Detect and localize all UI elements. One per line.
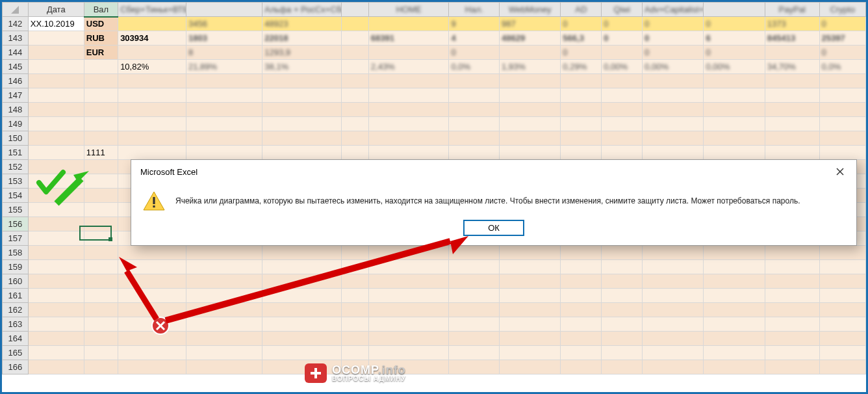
cell[interactable] [341,131,368,146]
cell[interactable] [28,46,84,60]
cell[interactable] [28,146,84,160]
cell[interactable]: 2,43% [368,60,449,74]
cell[interactable] [704,317,765,332]
cell[interactable] [186,146,262,160]
cell[interactable] [262,260,342,274]
cell[interactable] [602,131,643,146]
cell[interactable]: 987 [500,17,561,31]
cell[interactable] [643,246,704,260]
cell[interactable] [341,303,368,317]
cell[interactable] [118,346,186,360]
cell[interactable] [704,117,765,131]
cell[interactable]: 0 [704,46,765,60]
cell[interactable] [341,346,368,360]
cell[interactable] [262,103,342,117]
cell[interactable] [186,88,262,103]
cell[interactable] [84,246,118,260]
cell[interactable] [186,332,262,346]
cell[interactable] [643,103,704,117]
cell[interactable] [819,260,865,274]
cell[interactable] [561,332,602,346]
cell[interactable] [186,74,262,88]
row-header[interactable]: 154 [3,189,29,203]
cell[interactable] [186,246,262,260]
cell[interactable] [28,60,84,74]
cell[interactable] [84,289,118,303]
cell[interactable]: 0 [602,17,643,31]
cell[interactable] [819,88,865,103]
column-header[interactable] [186,3,262,17]
cell[interactable]: 34,70% [765,60,819,74]
cell[interactable]: 21,89% [186,60,262,74]
cell[interactable]: 1803 [186,31,262,46]
cell[interactable] [341,317,368,332]
cell[interactable]: 566,3 [561,31,602,46]
cell[interactable] [561,274,602,289]
cell[interactable] [84,74,118,88]
cell[interactable] [449,146,500,160]
cell[interactable] [500,46,561,60]
cell[interactable] [28,189,84,203]
row-header[interactable]: 158 [3,246,29,260]
cell[interactable] [368,346,449,360]
cell[interactable] [186,289,262,303]
row-header[interactable]: 165 [3,346,29,360]
cell[interactable] [84,260,118,274]
cell[interactable]: 9 [449,17,500,31]
cell[interactable]: 0,00% [643,60,704,74]
cell[interactable] [449,274,500,289]
row-header[interactable]: 148 [3,103,29,117]
cell[interactable] [704,303,765,317]
cell[interactable] [500,360,561,374]
cell[interactable] [341,260,368,274]
cell[interactable] [341,146,368,160]
cell[interactable] [341,60,368,74]
cell[interactable] [819,360,865,374]
cell[interactable] [765,317,819,332]
cell[interactable] [262,146,342,160]
cell[interactable] [368,274,449,289]
column-header[interactable]: Сбер+Тиньк+ВТБ+Кукур [118,3,186,17]
cell[interactable] [602,346,643,360]
cell[interactable] [28,260,84,274]
ok-button[interactable]: ОК [463,220,524,236]
cell[interactable]: 48629 [500,31,561,46]
cell[interactable] [449,131,500,146]
cell[interactable] [449,117,500,131]
cell[interactable] [368,17,449,31]
cell[interactable] [84,217,118,231]
row-header[interactable]: 159 [3,260,29,274]
cell[interactable] [819,103,865,117]
cell[interactable]: XX.10.2019 [28,17,84,31]
cell[interactable] [602,317,643,332]
cell[interactable] [368,88,449,103]
cell[interactable] [449,346,500,360]
cell[interactable] [643,303,704,317]
cell[interactable] [449,260,500,274]
row-header[interactable]: 153 [3,174,29,189]
row-header[interactable]: 150 [3,131,29,146]
cell[interactable] [84,131,118,146]
cell[interactable] [341,103,368,117]
cell[interactable] [368,332,449,346]
cell[interactable] [84,360,118,374]
cell[interactable] [262,117,342,131]
column-header[interactable]: Дата [28,3,84,17]
cell[interactable] [28,303,84,317]
cell[interactable] [602,246,643,260]
cell[interactable] [602,88,643,103]
row-header[interactable]: 163 [3,317,29,332]
cell[interactable] [500,74,561,88]
cell[interactable]: 10,82% [118,60,186,74]
cell[interactable] [368,46,449,60]
cell[interactable] [84,203,118,217]
cell[interactable] [118,17,186,31]
cell[interactable] [819,74,865,88]
cell[interactable] [118,289,186,303]
cell[interactable]: 0 [602,31,643,46]
cell[interactable] [368,246,449,260]
cell[interactable] [765,246,819,260]
cell[interactable]: 68391 [368,31,449,46]
cell[interactable] [500,274,561,289]
cell[interactable]: 6 [704,31,765,46]
